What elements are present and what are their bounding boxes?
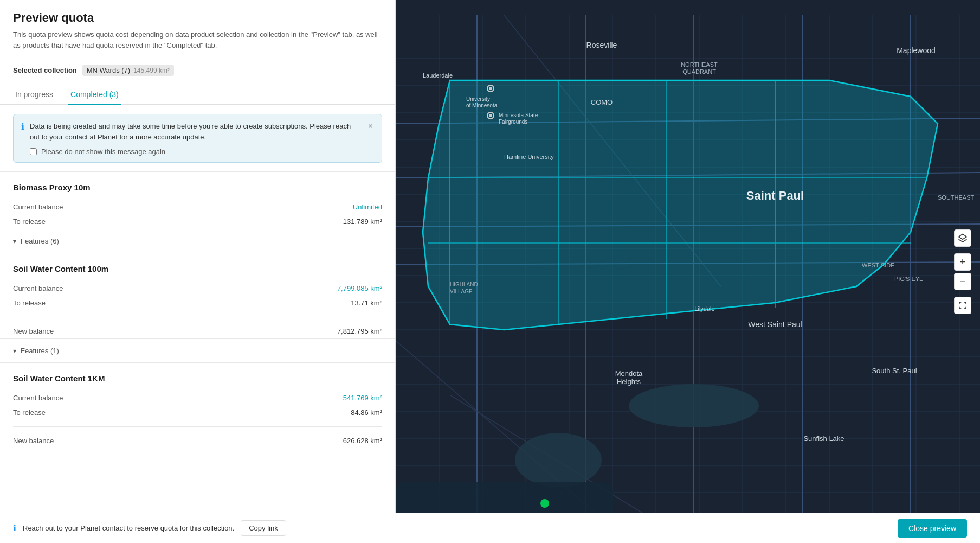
tab-in-progress[interactable]: In progress: [13, 85, 55, 105]
current-balance-label-swc100: Current balance: [13, 284, 63, 292]
product-section-biomass: Biomass Proxy 10m Current balance Unlimi…: [0, 171, 395, 229]
map-label-pigs-eye: PIG'S EYE: [894, 276, 923, 282]
balance-row-new-swc1km: New balance 626.628 km²: [13, 433, 382, 448]
product-title-biomass: Biomass Proxy 10m: [13, 183, 382, 192]
map-label-northeast: NORTHEAST: [681, 61, 718, 68]
divider-swc1km: [13, 426, 382, 427]
zoom-out-icon: −: [960, 277, 966, 286]
close-banner-button[interactable]: ×: [367, 121, 374, 132]
close-preview-button[interactable]: Close preview: [898, 519, 967, 538]
tab-completed[interactable]: Completed (3): [68, 85, 121, 105]
product-title-swc1km: Soil Water Content 1KM: [13, 374, 382, 383]
tabs-row: In progress Completed (3): [0, 85, 395, 105]
map-label-roseville: Roseville: [586, 41, 617, 49]
new-balance-value-swc1km: 626.628 km²: [343, 437, 382, 445]
divider-swc100: [13, 317, 382, 317]
map-label-southeast: SOUTHEAST: [938, 194, 975, 201]
map-zoom-out-button[interactable]: −: [954, 273, 971, 290]
new-balance-label-swc100: New balance: [13, 327, 54, 335]
current-balance-value-biomass: Unlimited: [353, 203, 382, 211]
no-show-checkbox[interactable]: [30, 148, 37, 155]
map-fullscreen-button[interactable]: [954, 297, 971, 314]
collection-badge: MN Wards (7) 145.499 km²: [82, 65, 174, 76]
features-accordion-swc100[interactable]: ▾ Features (1): [0, 338, 395, 362]
panel-header: Preview quota This quota preview shows q…: [0, 0, 395, 59]
bottom-info-text: Reach out to your Planet contact to rese…: [23, 524, 234, 532]
map-label-lauderdale: Lauderdale: [423, 72, 453, 79]
info-banner-text: Data is being created and may take some …: [30, 121, 362, 142]
svg-point-44: [629, 384, 759, 427]
collection-area: 145.499 km²: [133, 67, 170, 74]
svg-marker-46: [959, 234, 967, 239]
map-label-fairgrounds2: Fairgrounds: [499, 119, 527, 125]
info-icon: ℹ: [21, 122, 24, 132]
balance-row-release-biomass: To release 131.789 km²: [13, 214, 382, 229]
map-label-saint-paul: Saint Paul: [746, 189, 804, 202]
balance-row-current-biomass: Current balance Unlimited: [13, 200, 382, 214]
balance-row-current-swc100: Current balance 7,799.085 km²: [13, 281, 382, 296]
to-release-value-swc100: 13.71 km²: [351, 299, 382, 307]
balance-row-current-swc1km: Current balance 541.769 km²: [13, 391, 382, 405]
bottom-left: ℹ Reach out to your Planet contact to re…: [13, 520, 286, 536]
zoom-in-icon: +: [960, 257, 966, 267]
features-label-biomass: Features (6): [21, 237, 59, 245]
location-dot-fairgrounds-inner: [489, 114, 492, 117]
features-label-swc100: Features (1): [21, 347, 59, 355]
current-balance-value-swc100: 7,799.085 km²: [337, 284, 382, 292]
map-label-highland-village: HIGHLAND: [450, 282, 478, 288]
balance-row-release-swc1km: To release 84.86 km²: [13, 405, 382, 420]
map-label-hamline: Hamline University: [504, 154, 554, 160]
map-label-lilydale: Lilydale: [694, 305, 714, 312]
product-section-swc100: Soil Water Content 100m Current balance …: [0, 253, 395, 338]
map-label-como: COMO: [591, 98, 612, 106]
to-release-value-biomass: 131.789 km²: [343, 218, 382, 226]
map-label-quadrant: QUADRANT: [682, 68, 716, 75]
product-section-swc1km: Soil Water Content 1KM Current balance 5…: [0, 362, 395, 448]
to-release-value-swc1km: 84.86 km²: [351, 408, 382, 417]
balance-row-release-swc100: To release 13.71 km²: [13, 296, 382, 310]
map-label-south-st-paul: South St. Paul: [872, 367, 917, 375]
map-label-sunfish-lake: Sunfish Lake: [803, 435, 844, 443]
features-accordion-biomass[interactable]: ▾ Features (6): [0, 229, 395, 253]
page-title: Preview quota: [13, 11, 382, 25]
bottom-info-icon: ℹ: [13, 523, 16, 533]
accordion-arrow-swc100: ▾: [13, 347, 16, 355]
selected-collection-label: Selected collection: [13, 66, 77, 74]
product-title-swc100: Soil Water Content 100m: [13, 264, 382, 273]
to-release-label-biomass: To release: [13, 218, 46, 226]
new-balance-label-swc1km: New balance: [13, 437, 54, 445]
location-dot-inner: [489, 87, 492, 90]
map-svg: Roseville NORTHEAST QUADRANT Maplewood L…: [396, 0, 980, 543]
map-label-fairgrounds: Minnesota State: [499, 112, 538, 118]
map-label-maplewood: Maplewood: [897, 46, 936, 55]
map-label-mendota: Mendota: [615, 369, 643, 378]
to-release-label-swc100: To release: [13, 299, 46, 307]
accordion-arrow-biomass: ▾: [13, 238, 16, 245]
balance-row-new-swc100: New balance 7,812.795 km²: [13, 324, 382, 338]
info-banner: ℹ Data is being created and may take som…: [13, 114, 382, 163]
map-label-minnesota: of Minnesota: [466, 103, 498, 108]
selected-collection-row: Selected collection MN Wards (7) 145.499…: [0, 59, 395, 85]
location-pin: [540, 499, 549, 508]
map-layers-button[interactable]: [954, 229, 971, 247]
to-release-label-swc1km: To release: [13, 408, 46, 417]
map-panel: Roseville NORTHEAST QUADRANT Maplewood L…: [396, 0, 980, 543]
new-balance-value-swc100: 7,812.795 km²: [337, 327, 382, 335]
copy-link-button[interactable]: Copy link: [241, 520, 286, 536]
page-description: This quota preview shows quota cost depe…: [13, 29, 382, 50]
svg-point-43: [515, 433, 602, 487]
info-text-block: Data is being created and may take some …: [30, 121, 362, 156]
map-label-heights: Heights: [617, 378, 641, 386]
map-controls: + −: [954, 229, 971, 314]
current-balance-label-biomass: Current balance: [13, 203, 63, 211]
current-balance-label-swc1km: Current balance: [13, 394, 63, 402]
bottom-bar: ℹ Reach out to your Planet contact to re…: [0, 513, 980, 543]
map-zoom-in-button[interactable]: +: [954, 253, 971, 271]
map-label-west-side: WEST-SIDE: [862, 262, 895, 269]
map-label-west-saint-paul: West Saint Paul: [748, 320, 802, 329]
map-label-highland-village2: VILLAGE: [450, 289, 473, 295]
no-show-label: Please do not show this message again: [41, 148, 165, 156]
info-checkbox-row: Please do not show this message again: [30, 148, 362, 156]
map-label-university: University: [466, 96, 490, 102]
current-balance-value-swc1km: 541.769 km²: [343, 394, 382, 402]
